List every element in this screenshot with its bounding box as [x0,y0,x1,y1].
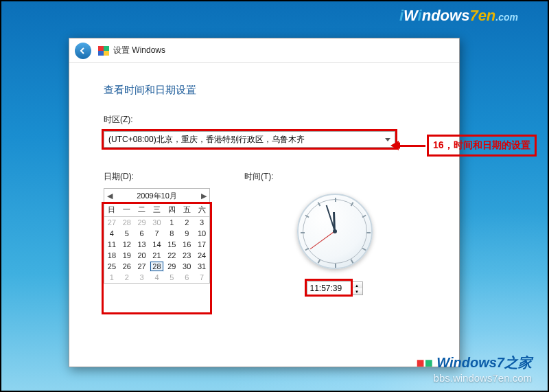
calendar-dow: 二 [135,203,150,217]
timezone-label: 时区(Z): [104,114,425,126]
calendar-day[interactable]: 21 [150,250,165,261]
clock-tick [305,215,309,218]
date-label: 日期(D): [104,171,210,183]
time-label: 时间(T): [244,171,425,183]
time-spinner-down[interactable]: ▼ [352,288,362,295]
clock-tick [366,232,371,233]
calendar-day[interactable]: 17 [194,239,209,250]
calendar-day[interactable]: 5 [164,272,179,283]
calendar-day[interactable]: 5 [119,228,135,239]
calendar: ◀ 2009年10月 ▶ 日一二三四五六 2728293012345678910… [104,188,210,284]
annotation-callout: 16，时间和日期的设置 [398,135,537,157]
watermark-url: bbs.windows7en.com [417,372,532,384]
clock-tick [317,259,320,263]
time-spinner-up[interactable]: ▲ [352,282,362,288]
calendar-day[interactable]: 23 [179,250,194,261]
calendar-day[interactable]: 30 [150,217,165,228]
clock-tick [350,202,353,206]
calendar-day[interactable]: 11 [104,239,119,250]
clock-tick [305,248,309,251]
titlebar: 设置 Windows [69,38,459,63]
time-input[interactable]: 11:57:39 [307,281,352,295]
calendar-prev-button[interactable]: ◀ [107,192,113,200]
calendar-dow: 三 [150,203,165,217]
calendar-day[interactable]: 1 [104,272,119,283]
clock-tick [317,202,320,206]
calendar-day[interactable]: 2 [179,217,194,228]
clock-tick [301,232,305,233]
calendar-day[interactable]: 18 [104,250,119,261]
clock-second-hand [310,231,335,250]
calendar-dow: 一 [119,203,135,217]
window-title: 设置 Windows [113,45,165,56]
calendar-day[interactable]: 12 [119,239,135,250]
calendar-day[interactable]: 7 [150,228,165,239]
calendar-day[interactable]: 10 [194,228,209,239]
calendar-day[interactable]: 29 [164,261,179,272]
calendar-day[interactable]: 2 [119,272,135,283]
calendar-day[interactable]: 27 [135,261,150,272]
calendar-day[interactable]: 19 [119,250,135,261]
analog-clock [297,194,373,269]
calendar-dow: 日 [104,203,119,217]
page-title: 查看时间和日期设置 [104,84,425,97]
calendar-day[interactable]: 24 [194,250,209,261]
calendar-day[interactable]: 13 [135,239,150,250]
calendar-day[interactable]: 29 [135,217,150,228]
calendar-day[interactable]: 3 [135,272,150,283]
calendar-day[interactable]: 9 [179,228,194,239]
bottom-watermark: ■■ Windows7之家 bbs.windows7en.com [417,354,532,384]
calendar-day[interactable]: 1 [164,217,179,228]
calendar-day[interactable]: 15 [164,239,179,250]
calendar-day[interactable]: 6 [135,228,150,239]
calendar-next-button[interactable]: ▶ [201,192,207,200]
windows-flag-icon [98,46,109,56]
calendar-day[interactable]: 31 [194,261,209,272]
back-arrow-icon [79,47,87,55]
calendar-day[interactable]: 8 [164,228,179,239]
calendar-day[interactable]: 6 [179,272,194,283]
calendar-month-title[interactable]: 2009年10月 [137,191,177,201]
back-button[interactable] [75,43,91,59]
calendar-day[interactable]: 16 [179,239,194,250]
calendar-day[interactable]: 27 [104,217,119,228]
calendar-dow: 六 [194,203,209,217]
time-spinner: ▲ ▼ [352,281,363,295]
calendar-day[interactable]: 30 [179,261,194,272]
calendar-day[interactable]: 22 [164,250,179,261]
calendar-day[interactable]: 20 [135,250,150,261]
calendar-day[interactable]: 26 [119,261,135,272]
clock-tick [350,259,353,263]
calendar-day[interactable]: 25 [104,261,119,272]
top-watermark: iWindows7en.com [399,7,518,25]
time-value: 11:57:39 [310,284,342,293]
calendar-day[interactable]: 7 [194,272,209,283]
calendar-day[interactable]: 14 [150,239,165,250]
calendar-dow: 四 [164,203,179,217]
calendar-day[interactable]: 28 [150,261,165,272]
clock-tick [335,264,336,268]
calendar-dow: 五 [179,203,194,217]
annotation-text: 16，时间和日期的设置 [427,135,537,157]
clock-center-dot [333,229,337,233]
clock-tick [362,215,366,218]
timezone-value: (UTC+08:00)北京，重庆，香港特别行政区，乌鲁木齐 [108,134,305,146]
clock-tick [362,248,366,251]
clock-tick [335,198,336,202]
calendar-day[interactable]: 4 [150,272,165,283]
timezone-select[interactable]: (UTC+08:00)北京，重庆，香港特别行政区，乌鲁木齐 [104,131,395,148]
calendar-day[interactable]: 4 [104,228,119,239]
calendar-day[interactable]: 28 [119,217,135,228]
calendar-day[interactable]: 3 [194,217,209,228]
setup-dialog: 设置 Windows 查看时间和日期设置 时区(Z): (UTC+08:00)北… [69,38,460,367]
